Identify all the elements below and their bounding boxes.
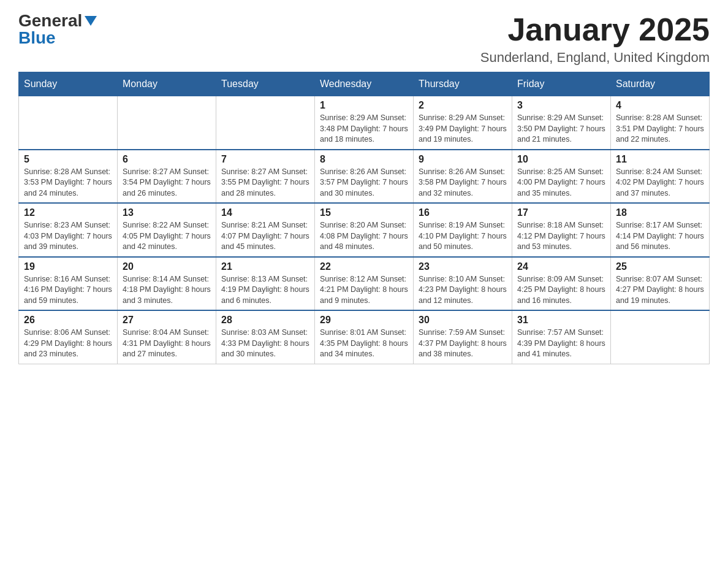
day-info: Sunrise: 8:25 AM Sunset: 4:00 PM Dayligh… bbox=[517, 167, 605, 199]
day-number: 1 bbox=[320, 100, 408, 111]
day-number: 25 bbox=[616, 261, 704, 272]
calendar-table: SundayMondayTuesdayWednesdayThursdayFrid… bbox=[18, 72, 710, 364]
calendar-cell: 4Sunrise: 8:28 AM Sunset: 3:51 PM Daylig… bbox=[611, 96, 710, 150]
day-number: 28 bbox=[221, 315, 309, 326]
day-info: Sunrise: 8:23 AM Sunset: 4:03 PM Dayligh… bbox=[24, 220, 112, 253]
calendar-cell bbox=[118, 96, 216, 150]
day-of-week-header: Saturday bbox=[611, 72, 710, 96]
day-of-week-header: Friday bbox=[512, 72, 611, 96]
day-number: 8 bbox=[320, 154, 408, 165]
day-number: 3 bbox=[517, 100, 605, 111]
calendar-cell: 10Sunrise: 8:25 AM Sunset: 4:00 PM Dayli… bbox=[512, 150, 611, 204]
logo-blue-text: Blue bbox=[18, 29, 56, 47]
calendar-cell: 27Sunrise: 8:04 AM Sunset: 4:31 PM Dayli… bbox=[118, 310, 216, 364]
day-number: 17 bbox=[517, 207, 605, 218]
calendar-header-row: SundayMondayTuesdayWednesdayThursdayFrid… bbox=[19, 72, 710, 96]
day-number: 9 bbox=[419, 154, 507, 165]
day-number: 15 bbox=[320, 207, 408, 218]
day-info: Sunrise: 8:28 AM Sunset: 3:51 PM Dayligh… bbox=[616, 113, 704, 145]
calendar-cell: 6Sunrise: 8:27 AM Sunset: 3:54 PM Daylig… bbox=[118, 150, 216, 204]
day-number: 29 bbox=[320, 315, 408, 326]
day-of-week-header: Thursday bbox=[414, 72, 512, 96]
day-info: Sunrise: 8:29 AM Sunset: 3:49 PM Dayligh… bbox=[419, 113, 507, 145]
calendar-cell: 8Sunrise: 8:26 AM Sunset: 3:57 PM Daylig… bbox=[315, 150, 414, 204]
day-number: 4 bbox=[616, 100, 704, 111]
day-info: Sunrise: 8:10 AM Sunset: 4:23 PM Dayligh… bbox=[419, 274, 507, 307]
day-number: 23 bbox=[419, 261, 507, 272]
day-info: Sunrise: 8:06 AM Sunset: 4:29 PM Dayligh… bbox=[24, 327, 112, 360]
day-number: 11 bbox=[616, 154, 704, 165]
calendar-cell: 29Sunrise: 8:01 AM Sunset: 4:35 PM Dayli… bbox=[315, 310, 414, 364]
calendar-week-row: 5Sunrise: 8:28 AM Sunset: 3:53 PM Daylig… bbox=[19, 150, 710, 204]
day-of-week-header: Sunday bbox=[19, 72, 118, 96]
calendar-cell: 25Sunrise: 8:07 AM Sunset: 4:27 PM Dayli… bbox=[611, 257, 710, 311]
day-number: 2 bbox=[419, 100, 507, 111]
day-number: 20 bbox=[123, 261, 211, 272]
day-info: Sunrise: 8:01 AM Sunset: 4:35 PM Dayligh… bbox=[320, 327, 408, 360]
calendar-cell: 20Sunrise: 8:14 AM Sunset: 4:18 PM Dayli… bbox=[118, 257, 216, 311]
title-section: January 2025 Sunderland, England, United… bbox=[480, 12, 710, 66]
calendar-cell: 16Sunrise: 8:19 AM Sunset: 4:10 PM Dayli… bbox=[414, 203, 512, 257]
day-info: Sunrise: 8:13 AM Sunset: 4:19 PM Dayligh… bbox=[221, 274, 309, 307]
month-title: January 2025 bbox=[480, 12, 710, 47]
calendar-week-row: 1Sunrise: 8:29 AM Sunset: 3:48 PM Daylig… bbox=[19, 96, 710, 150]
calendar-week-row: 12Sunrise: 8:23 AM Sunset: 4:03 PM Dayli… bbox=[19, 203, 710, 257]
day-info: Sunrise: 8:18 AM Sunset: 4:12 PM Dayligh… bbox=[517, 220, 605, 253]
day-of-week-header: Tuesday bbox=[216, 72, 315, 96]
day-info: Sunrise: 8:29 AM Sunset: 3:48 PM Dayligh… bbox=[320, 113, 408, 145]
day-info: Sunrise: 8:26 AM Sunset: 3:58 PM Dayligh… bbox=[419, 167, 507, 199]
day-number: 7 bbox=[221, 154, 309, 165]
day-info: Sunrise: 8:29 AM Sunset: 3:50 PM Dayligh… bbox=[517, 113, 605, 145]
day-info: Sunrise: 8:09 AM Sunset: 4:25 PM Dayligh… bbox=[517, 274, 605, 307]
calendar-cell: 14Sunrise: 8:21 AM Sunset: 4:07 PM Dayli… bbox=[216, 203, 315, 257]
day-info: Sunrise: 8:03 AM Sunset: 4:33 PM Dayligh… bbox=[221, 327, 309, 360]
calendar-cell: 13Sunrise: 8:22 AM Sunset: 4:05 PM Dayli… bbox=[118, 203, 216, 257]
day-number: 18 bbox=[616, 207, 704, 218]
calendar-cell: 1Sunrise: 8:29 AM Sunset: 3:48 PM Daylig… bbox=[315, 96, 414, 150]
day-number: 12 bbox=[24, 207, 112, 218]
calendar-week-row: 26Sunrise: 8:06 AM Sunset: 4:29 PM Dayli… bbox=[19, 310, 710, 364]
location-subtitle: Sunderland, England, United Kingdom bbox=[480, 50, 710, 66]
calendar-cell bbox=[611, 310, 710, 364]
calendar-cell: 21Sunrise: 8:13 AM Sunset: 4:19 PM Dayli… bbox=[216, 257, 315, 311]
logo: General Blue bbox=[18, 12, 97, 47]
day-number: 24 bbox=[517, 261, 605, 272]
calendar-week-row: 19Sunrise: 8:16 AM Sunset: 4:16 PM Dayli… bbox=[19, 257, 710, 311]
day-info: Sunrise: 8:26 AM Sunset: 3:57 PM Dayligh… bbox=[320, 167, 408, 199]
calendar-cell: 26Sunrise: 8:06 AM Sunset: 4:29 PM Dayli… bbox=[19, 310, 118, 364]
day-number: 10 bbox=[517, 154, 605, 165]
calendar-cell: 22Sunrise: 8:12 AM Sunset: 4:21 PM Dayli… bbox=[315, 257, 414, 311]
day-of-week-header: Monday bbox=[118, 72, 216, 96]
day-info: Sunrise: 8:27 AM Sunset: 3:54 PM Dayligh… bbox=[123, 167, 211, 199]
calendar-cell: 3Sunrise: 8:29 AM Sunset: 3:50 PM Daylig… bbox=[512, 96, 611, 150]
calendar-cell: 30Sunrise: 7:59 AM Sunset: 4:37 PM Dayli… bbox=[414, 310, 512, 364]
calendar-cell: 5Sunrise: 8:28 AM Sunset: 3:53 PM Daylig… bbox=[19, 150, 118, 204]
day-number: 6 bbox=[123, 154, 211, 165]
day-number: 27 bbox=[123, 315, 211, 326]
calendar-cell: 28Sunrise: 8:03 AM Sunset: 4:33 PM Dayli… bbox=[216, 310, 315, 364]
day-number: 13 bbox=[123, 207, 211, 218]
day-info: Sunrise: 8:12 AM Sunset: 4:21 PM Dayligh… bbox=[320, 274, 408, 307]
day-number: 14 bbox=[221, 207, 309, 218]
calendar-cell: 31Sunrise: 7:57 AM Sunset: 4:39 PM Dayli… bbox=[512, 310, 611, 364]
day-info: Sunrise: 8:28 AM Sunset: 3:53 PM Dayligh… bbox=[24, 167, 112, 199]
day-info: Sunrise: 8:27 AM Sunset: 3:55 PM Dayligh… bbox=[221, 167, 309, 199]
calendar-cell: 17Sunrise: 8:18 AM Sunset: 4:12 PM Dayli… bbox=[512, 203, 611, 257]
day-info: Sunrise: 8:24 AM Sunset: 4:02 PM Dayligh… bbox=[616, 167, 704, 199]
day-of-week-header: Wednesday bbox=[315, 72, 414, 96]
calendar-cell: 23Sunrise: 8:10 AM Sunset: 4:23 PM Dayli… bbox=[414, 257, 512, 311]
day-number: 5 bbox=[24, 154, 112, 165]
day-number: 21 bbox=[221, 261, 309, 272]
day-number: 26 bbox=[24, 315, 112, 326]
logo-triangle-icon bbox=[85, 16, 97, 26]
day-number: 19 bbox=[24, 261, 112, 272]
page-header: General Blue January 2025 Sunderland, En… bbox=[18, 12, 710, 66]
calendar-cell bbox=[19, 96, 118, 150]
calendar-cell: 18Sunrise: 8:17 AM Sunset: 4:14 PM Dayli… bbox=[611, 203, 710, 257]
day-number: 30 bbox=[419, 315, 507, 326]
day-info: Sunrise: 8:20 AM Sunset: 4:08 PM Dayligh… bbox=[320, 220, 408, 253]
day-info: Sunrise: 8:16 AM Sunset: 4:16 PM Dayligh… bbox=[24, 274, 112, 307]
calendar-cell: 11Sunrise: 8:24 AM Sunset: 4:02 PM Dayli… bbox=[611, 150, 710, 204]
day-info: Sunrise: 8:22 AM Sunset: 4:05 PM Dayligh… bbox=[123, 220, 211, 253]
day-number: 16 bbox=[419, 207, 507, 218]
